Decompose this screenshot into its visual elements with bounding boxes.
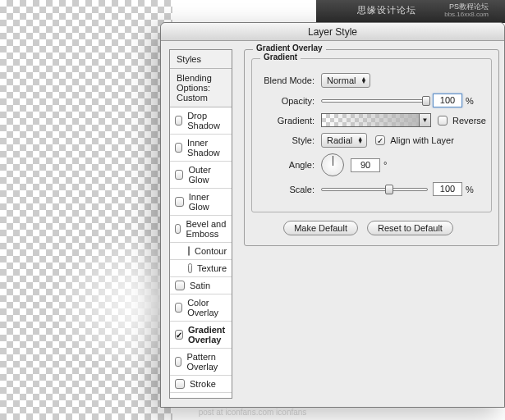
percent-unit: % [466,185,474,194]
angle-label: Angle: [257,160,314,170]
sidebar-item-label: Outer Glow [188,165,227,185]
sidebar-item-gradient-overlay[interactable]: Gradient Overlay [170,322,232,349]
sidebar-item-label: Contour [195,246,227,256]
sidebar-item-satin[interactable]: Satin [170,277,232,294]
sidebar-item-inner-shadow[interactable]: Inner Shadow [170,135,232,162]
sidebar-header-styles[interactable]: Styles [170,50,232,69]
opacity-input[interactable]: 100 [433,94,462,107]
sidebar-item-outer-glow[interactable]: Outer Glow [170,162,232,189]
gradient-overlay-fieldset: Gradient Overlay Gradient Blend Mode: No… [244,49,499,246]
sidebar-item-label: Satin [190,281,210,290]
sidebar-item-label: Inner Glow [189,192,227,212]
sidebar-item-stroke[interactable]: Stroke [170,376,232,393]
scale-label: Scale: [257,185,314,194]
sidebar-item-bevel-emboss[interactable]: Bevel and Emboss [170,216,232,243]
fieldset-legend: Gradient Overlay [253,43,326,52]
sidebar-item-color-overlay[interactable]: Color Overlay [170,294,232,322]
align-label: Align with Layer [390,135,454,145]
blend-mode-value: Normal [327,75,356,85]
blend-mode-label: Blend Mode: [257,75,314,85]
updown-icon: ▲▼ [357,137,363,144]
slider-thumb[interactable] [422,96,430,106]
degree-unit: ° [383,160,387,170]
sidebar-item-label: Texture [197,263,227,273]
sidebar-item-contour[interactable]: Contour [170,243,232,260]
gradient-swatch[interactable] [321,113,420,127]
checkbox-icon[interactable] [175,197,184,207]
scale-input[interactable]: 100 [433,182,462,196]
checkbox-icon[interactable] [175,143,182,153]
styles-sidebar: Styles Blending Options: Custom Drop Sha… [169,49,232,399]
checkbox-icon[interactable] [175,357,181,367]
style-value: Radial [327,135,352,145]
sidebar-item-label: Gradient Overlay [188,325,227,345]
gradient-label: Gradient: [257,116,314,126]
style-select[interactable]: Radial ▲▼ [321,133,367,148]
checkbox-icon[interactable] [175,170,183,180]
checkbox-icon[interactable] [175,330,183,340]
opacity-slider[interactable] [321,99,428,103]
sidebar-item-label: Color Overlay [187,298,227,317]
checkbox-icon[interactable] [175,116,182,126]
fieldset-legend-inner: Gradient [260,52,301,62]
sidebar-item-label: Pattern Overlay [186,352,227,372]
sidebar-item-texture[interactable]: Texture [170,260,232,277]
make-default-button[interactable]: Make Default [283,221,358,235]
blend-mode-select[interactable]: Normal ▲▼ [321,73,370,88]
dialog-title: Layer Style [161,23,504,41]
checkbox-icon[interactable] [175,379,185,389]
percent-unit: % [466,96,474,106]
reverse-checkbox[interactable] [438,116,448,126]
angle-dial[interactable] [321,153,344,176]
align-checkbox[interactable] [375,135,385,145]
scale-slider[interactable] [321,188,428,191]
settings-panel: Gradient Overlay Gradient Blend Mode: No… [232,41,504,407]
checkbox-icon[interactable] [175,303,182,313]
sidebar-item-pattern-overlay[interactable]: Pattern Overlay [170,349,232,376]
checkbox-icon[interactable] [175,281,185,290]
layer-style-dialog: Layer Style Styles Blending Options: Cus… [160,22,505,408]
checkbox-icon[interactable] [188,263,192,273]
gradient-fieldset: Gradient Blend Mode: Normal ▲▼ Opacity: [251,58,492,212]
updown-icon: ▲▼ [360,77,366,84]
opacity-label: Opacity: [257,96,314,106]
slider-thumb[interactable] [385,185,393,194]
checkbox-icon[interactable] [188,246,190,256]
reverse-label: Reverse [452,116,486,126]
app-topbar: 思缘设计论坛 PS教程论坛 bbs.16xx8.com [316,0,505,23]
sidebar-item-drop-shadow[interactable]: Drop Shadow [170,107,232,135]
style-label: Style: [257,135,314,145]
forum-label: 思缘设计论坛 [357,4,416,16]
sidebar-item-label: Bevel and Emboss [186,219,227,239]
footer-watermark: post at iconfans.com iconfans [0,408,505,417]
reset-default-button[interactable]: Reset to Default [367,221,453,235]
checkbox-icon[interactable] [175,224,181,234]
watermark-line2: bbs.16xx8.com [444,11,489,18]
sidebar-item-label: Stroke [190,379,216,389]
sidebar-header-blending[interactable]: Blending Options: Custom [170,69,232,107]
sidebar-item-inner-glow[interactable]: Inner Glow [170,189,232,216]
angle-input[interactable]: 90 [351,158,380,172]
gradient-dropdown-icon[interactable]: ▼ [420,113,431,127]
sidebar-item-label: Drop Shadow [187,111,227,130]
sidebar-item-label: Inner Shadow [187,138,227,158]
